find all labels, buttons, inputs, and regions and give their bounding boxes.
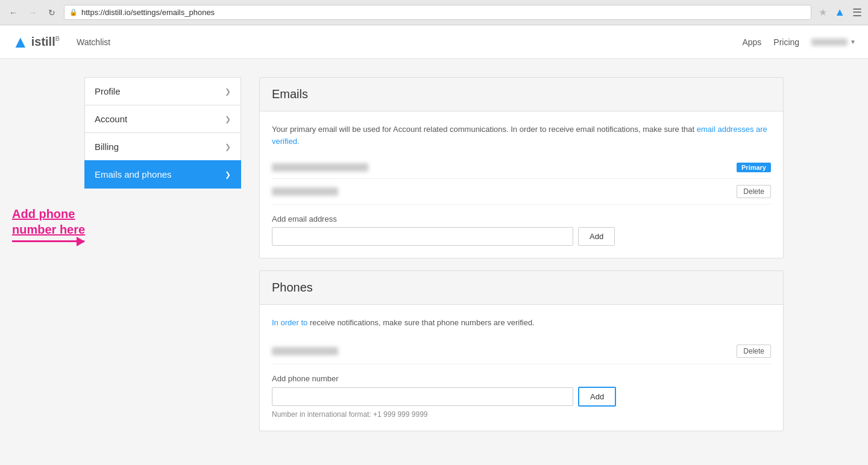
phones-section-title: Phones	[272, 281, 771, 295]
emails-section-body: Your primary email will be used for Acco…	[260, 111, 783, 258]
phone-1-value	[272, 347, 338, 355]
emails-section-title: Emails	[272, 87, 771, 101]
add-phone-label: Add phone number	[272, 374, 771, 383]
sidebar-label-billing: Billing	[95, 142, 119, 152]
chevron-right-icon: ❯	[225, 115, 231, 123]
add-phone-form: Add phone number Add Number in internati…	[272, 374, 771, 419]
add-email-button[interactable]: Add	[578, 227, 615, 246]
apps-nav-link[interactable]: Apps	[742, 37, 761, 47]
sidebar-item-profile[interactable]: Profile ❯	[84, 77, 241, 105]
distill-icon[interactable]: ▲	[834, 6, 845, 19]
add-email-row: Add	[272, 227, 771, 246]
add-email-form: Add email address Add	[272, 214, 771, 246]
email-2-value	[272, 187, 338, 196]
phones-description: In order to receive notifications, make …	[272, 317, 771, 329]
sidebar-item-account[interactable]: Account ❯	[84, 105, 241, 133]
annotation-container: Add phonenumber here	[12, 206, 241, 242]
main-content: Emails Your primary email will be used f…	[259, 77, 784, 452]
user-caret-icon: ▼	[850, 39, 856, 45]
annotation-text: Add phonenumber here	[12, 206, 85, 237]
sidebar-label-profile: Profile	[95, 86, 121, 96]
pricing-nav-link[interactable]: Pricing	[773, 37, 799, 47]
email-2-delete-button[interactable]: Delete	[737, 185, 771, 198]
chevron-right-icon: ❯	[225, 170, 231, 179]
emails-section-header: Emails	[260, 78, 783, 111]
sidebar-label-account: Account	[95, 114, 127, 124]
email-row-2: Delete	[272, 179, 771, 205]
email-1-value	[272, 163, 368, 172]
user-menu[interactable]: ▼	[811, 39, 856, 46]
app-logo[interactable]: ▲ istillB	[12, 34, 60, 51]
menu-icon[interactable]: ☰	[852, 6, 862, 19]
phones-section: Phones In order to receive notifications…	[259, 270, 784, 431]
browser-chrome: ← → ↻ 🔒 https://distill.io/settings/emai…	[0, 0, 868, 25]
phone-row-1: Delete	[272, 339, 771, 364]
chevron-right-icon: ❯	[225, 143, 231, 151]
logo-text: istillB	[31, 35, 60, 49]
phones-section-body: In order to receive notifications, make …	[260, 305, 783, 431]
add-email-input[interactable]	[272, 227, 573, 246]
annotation-arrow	[12, 240, 241, 242]
sidebar-item-billing[interactable]: Billing ❯	[84, 133, 241, 161]
add-email-label: Add email address	[272, 214, 771, 223]
back-button[interactable]: ←	[6, 5, 20, 20]
arrow-line	[12, 240, 84, 242]
emails-section: Emails Your primary email will be used f…	[259, 77, 784, 258]
forward-button[interactable]: →	[25, 5, 40, 20]
add-phone-input[interactable]	[272, 387, 573, 406]
add-phone-row: Add	[272, 387, 771, 407]
sidebar-item-emails-phones[interactable]: Emails and phones ❯	[84, 160, 241, 189]
refresh-button[interactable]: ↻	[45, 5, 59, 20]
address-bar: 🔒 https://distill.io/settings/emails_pho…	[64, 5, 811, 20]
phone-format-hint: Number in international format: +1 999 9…	[272, 410, 771, 419]
sidebar-label-emails-phones: Emails and phones	[95, 169, 172, 179]
watchlist-nav-link[interactable]: Watchlist	[77, 37, 110, 47]
page-body: Profile ❯ Account ❯ Billing ❯ Emails and…	[0, 59, 868, 465]
logo-drop-icon: ▲	[12, 34, 29, 51]
ssl-lock-icon: 🔒	[69, 8, 78, 16]
chevron-right-icon: ❯	[225, 87, 231, 96]
add-phone-button[interactable]: Add	[578, 387, 616, 407]
bookmark-icon[interactable]: ★	[819, 7, 827, 18]
emails-description: Your primary email will be used for Acco…	[272, 123, 771, 147]
sidebar: Profile ❯ Account ❯ Billing ❯ Emails and…	[84, 77, 241, 452]
primary-badge: Primary	[737, 163, 771, 172]
email-row-1: Primary	[272, 157, 771, 179]
url-text: https://distill.io/settings/emails_phone…	[81, 8, 806, 17]
phone-1-delete-button[interactable]: Delete	[737, 345, 771, 358]
phones-section-header: Phones	[260, 271, 783, 305]
navbar-right: Apps Pricing ▼	[742, 37, 856, 47]
user-name	[811, 39, 848, 46]
browser-toolbar: ← → ↻ 🔒 https://distill.io/settings/emai…	[0, 0, 868, 25]
app-navbar: ▲ istillB Watchlist Apps Pricing ▼	[0, 25, 868, 59]
